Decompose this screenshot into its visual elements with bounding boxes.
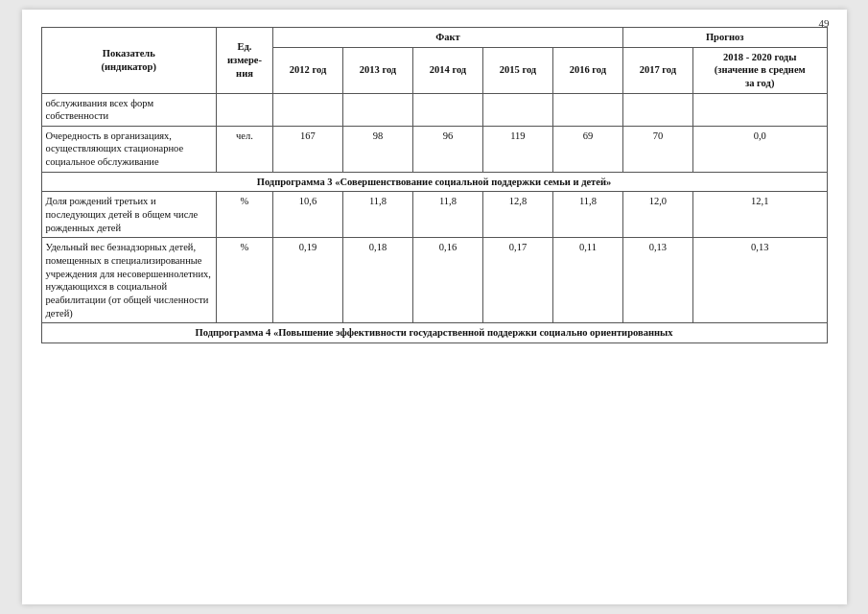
cell-2014: 11,8 bbox=[412, 192, 482, 238]
col-2014-header: 2014 год bbox=[412, 47, 482, 93]
cell-2018-2020: 0,0 bbox=[692, 126, 827, 172]
cell-indicator: обслуживания всех форм собственности bbox=[41, 93, 216, 126]
subprogram-4-label: Подпрограмма 4 «Повышение эффективности … bbox=[41, 323, 827, 343]
cell-2012 bbox=[273, 93, 343, 126]
cell-2015: 12,8 bbox=[482, 192, 552, 238]
cell-2018-2020: 0,13 bbox=[692, 238, 827, 323]
table-row: Доля рождений третьих и последующих дете… bbox=[41, 192, 827, 238]
cell-2012: 10,6 bbox=[273, 192, 343, 238]
cell-2015: 119 bbox=[482, 126, 552, 172]
col-2016-header: 2016 год bbox=[552, 47, 622, 93]
cell-2013 bbox=[342, 93, 412, 126]
cell-2018-2020 bbox=[692, 93, 827, 126]
subprogram-4-row: Подпрограмма 4 «Повышение эффективности … bbox=[41, 323, 827, 343]
cell-2016: 69 bbox=[552, 126, 622, 172]
table-row: Удельный вес безнадзорных детей, помещен… bbox=[41, 238, 827, 323]
col-unit-header: Ед.измере-ния bbox=[216, 28, 272, 94]
cell-2013: 11,8 bbox=[342, 192, 412, 238]
cell-2017 bbox=[622, 93, 692, 126]
cell-unit: чел. bbox=[216, 126, 272, 172]
cell-indicator: Удельный вес безнадзорных детей, помещен… bbox=[41, 238, 216, 323]
cell-2014: 0,16 bbox=[412, 238, 482, 323]
col-2012-header: 2012 год bbox=[273, 47, 343, 93]
cell-2018-2020: 12,1 bbox=[692, 192, 827, 238]
table-row: Очередность в организациях, осуществляющ… bbox=[41, 126, 827, 172]
cell-2016: 11,8 bbox=[552, 192, 622, 238]
cell-2014 bbox=[412, 93, 482, 126]
subprogram-3-label: Подпрограмма 3 «Совершенствование социал… bbox=[41, 172, 827, 192]
table-row: обслуживания всех форм собственности bbox=[41, 93, 827, 126]
page-number: 49 bbox=[819, 17, 830, 29]
col-2015-header: 2015 год bbox=[482, 47, 552, 93]
cell-2016 bbox=[552, 93, 622, 126]
subprogram-3-row: Подпрограмма 3 «Совершенствование социал… bbox=[41, 172, 827, 192]
col-fact-header: Факт bbox=[273, 28, 623, 48]
col-indicator-header: Показатель(индикатор) bbox=[41, 28, 216, 94]
col-2018-2020-header: 2018 - 2020 годы(значение в среднемза го… bbox=[692, 47, 827, 93]
page: 49 Показатель(индикатор) Ед.измере-ния Ф… bbox=[22, 10, 847, 604]
col-forecast-header: Прогноз bbox=[622, 28, 827, 48]
cell-2015 bbox=[482, 93, 552, 126]
col-2013-header: 2013 год bbox=[342, 47, 412, 93]
cell-2015: 0,17 bbox=[482, 238, 552, 323]
cell-2014: 96 bbox=[412, 126, 482, 172]
cell-2013: 98 bbox=[342, 126, 412, 172]
cell-indicator: Очередность в организациях, осуществляющ… bbox=[41, 126, 216, 172]
cell-unit: % bbox=[216, 238, 272, 323]
cell-2012: 167 bbox=[273, 126, 343, 172]
cell-2013: 0,18 bbox=[342, 238, 412, 323]
cell-2016: 0,11 bbox=[552, 238, 622, 323]
cell-2017: 70 bbox=[622, 126, 692, 172]
col-2017-header: 2017 год bbox=[622, 47, 692, 93]
cell-unit: % bbox=[216, 192, 272, 238]
cell-unit bbox=[216, 93, 272, 126]
cell-2017: 12,0 bbox=[622, 192, 692, 238]
cell-2012: 0,19 bbox=[273, 238, 343, 323]
cell-indicator: Доля рождений третьих и последующих дете… bbox=[41, 192, 216, 238]
main-table: Показатель(индикатор) Ед.измере-ния Факт… bbox=[41, 27, 828, 343]
cell-2017: 0,13 bbox=[622, 238, 692, 323]
